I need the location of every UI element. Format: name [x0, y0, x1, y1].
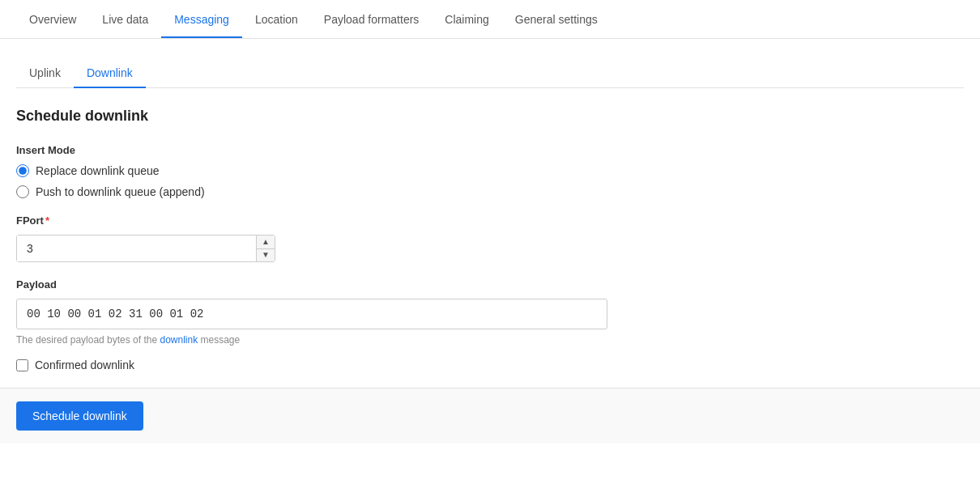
sub-tab-downlink[interactable]: Downlink: [74, 58, 146, 87]
tab-payload-formatters[interactable]: Payload formatters: [311, 2, 432, 37]
schedule-downlink-button[interactable]: Schedule downlink: [16, 401, 143, 431]
tab-location[interactable]: Location: [242, 2, 311, 37]
tab-claiming[interactable]: Claiming: [432, 2, 501, 37]
confirmed-downlink-group: Confirmed downlink: [16, 359, 964, 388]
radio-append-label: Push to downlink queue (append): [36, 185, 205, 198]
tab-overview[interactable]: Overview: [16, 2, 89, 37]
insert-mode-group: Insert Mode Replace downlink queue Push …: [16, 144, 964, 198]
insert-mode-label: Insert Mode: [16, 144, 964, 156]
confirmed-downlink-checkbox[interactable]: [16, 359, 28, 371]
fport-group: FPort* ▲ ▼: [16, 214, 964, 262]
payload-hint: The desired payload bytes of the downlin…: [16, 334, 964, 346]
confirmed-downlink-label: Confirmed downlink: [35, 359, 134, 371]
payload-group: Payload The desired payload bytes of the…: [16, 278, 964, 346]
radio-append-input[interactable]: [16, 185, 29, 198]
fport-spinners: ▲ ▼: [256, 236, 275, 261]
fport-label: FPort*: [16, 214, 964, 227]
tab-live-data[interactable]: Live data: [89, 2, 161, 37]
radio-replace-input[interactable]: [16, 164, 29, 177]
radio-append[interactable]: Push to downlink queue (append): [16, 185, 964, 198]
fport-input-wrapper: ▲ ▼: [16, 235, 275, 262]
payload-hint-suffix: message: [198, 334, 240, 346]
sub-tab-uplink[interactable]: Uplink: [16, 58, 74, 87]
payload-input[interactable]: [16, 299, 607, 329]
fport-increment-button[interactable]: ▲: [257, 236, 275, 249]
payload-hint-link[interactable]: downlink: [160, 334, 198, 346]
radio-replace[interactable]: Replace downlink queue: [16, 164, 964, 177]
sub-tabs: Uplink Downlink: [16, 58, 964, 88]
section-title: Schedule downlink: [16, 108, 964, 125]
tab-general-settings[interactable]: General settings: [502, 2, 611, 37]
top-nav: Overview Live data Messaging Location Pa…: [0, 0, 980, 39]
payload-label: Payload: [16, 278, 964, 291]
payload-hint-text: The desired payload bytes of the: [16, 334, 160, 346]
main-content: Uplink Downlink Schedule downlink Insert…: [0, 39, 980, 443]
tab-messaging[interactable]: Messaging: [161, 2, 242, 37]
fport-decrement-button[interactable]: ▼: [257, 249, 275, 262]
form-footer: Schedule downlink: [0, 388, 980, 443]
radio-replace-label: Replace downlink queue: [36, 164, 160, 177]
fport-input[interactable]: [17, 236, 256, 261]
